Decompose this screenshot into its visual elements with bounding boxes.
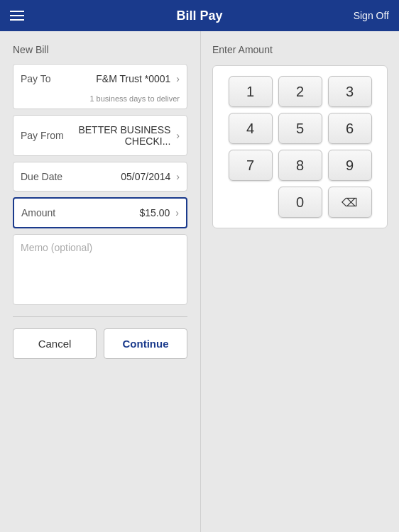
numpad-empty	[229, 187, 273, 218]
pay-from-label: Pay From	[21, 130, 70, 141]
due-date-value: 05/07/2014 ›	[121, 171, 180, 182]
numpad-1[interactable]: 1	[229, 76, 273, 107]
continue-button[interactable]: Continue	[104, 328, 187, 359]
right-panel: Enter Amount 1 2 3 4 5 6 7 8 9 0 ⌫	[201, 31, 399, 532]
signoff-button[interactable]: Sign Off	[354, 10, 389, 21]
numpad-4[interactable]: 4	[229, 113, 273, 144]
enter-amount-title: Enter Amount	[212, 44, 388, 55]
numpad-0[interactable]: 0	[278, 187, 322, 218]
menu-button[interactable]	[10, 11, 24, 21]
left-panel: New Bill Pay To F&M Trust *0001 › 1 busi…	[0, 31, 201, 532]
amount-field[interactable]: Amount $15.00 ›	[13, 197, 187, 228]
numpad-row-4: 0 ⌫	[220, 187, 380, 218]
numpad-6[interactable]: 6	[328, 113, 372, 144]
pay-to-chevron: ›	[176, 73, 180, 84]
due-date-chevron: ›	[176, 171, 180, 182]
numpad-8[interactable]: 8	[278, 150, 322, 181]
numpad-5[interactable]: 5	[278, 113, 322, 144]
numpad-row-2: 4 5 6	[220, 113, 380, 144]
pay-to-value: F&M Trust *0001 ›	[96, 73, 180, 84]
numpad-row-1: 1 2 3	[220, 76, 380, 107]
memo-field[interactable]	[13, 234, 187, 305]
amount-label: Amount	[21, 207, 71, 218]
amount-chevron: ›	[175, 207, 179, 218]
action-buttons: Cancel Continue	[13, 328, 187, 359]
pay-to-label: Pay To	[21, 73, 70, 84]
memo-input[interactable]	[21, 242, 180, 297]
numpad-backspace[interactable]: ⌫	[328, 187, 372, 218]
new-bill-title: New Bill	[13, 44, 187, 55]
pay-from-value: BETTER BUSINESS CHECKI... ›	[70, 124, 180, 147]
divider	[13, 316, 187, 317]
pay-from-chevron: ›	[176, 130, 180, 141]
numpad-row-3: 7 8 9	[220, 150, 380, 181]
amount-value: $15.00 ›	[140, 207, 180, 218]
pay-to-subtext: 1 business days to deliver	[13, 93, 187, 109]
app-header: Bill Pay Sign Off	[0, 0, 399, 31]
app-title: Bill Pay	[176, 9, 222, 23]
numpad-3[interactable]: 3	[328, 76, 372, 107]
numpad-7[interactable]: 7	[229, 150, 273, 181]
pay-from-field[interactable]: Pay From BETTER BUSINESS CHECKI... ›	[13, 115, 187, 156]
due-date-label: Due Date	[21, 171, 70, 182]
numpad-2[interactable]: 2	[278, 76, 322, 107]
cancel-button[interactable]: Cancel	[13, 328, 97, 359]
pay-to-field[interactable]: Pay To F&M Trust *0001 › 1 business days…	[13, 64, 187, 109]
due-date-field[interactable]: Due Date 05/07/2014 ›	[13, 162, 187, 192]
numpad: 1 2 3 4 5 6 7 8 9 0 ⌫	[212, 65, 388, 228]
numpad-9[interactable]: 9	[328, 150, 372, 181]
main-content: New Bill Pay To F&M Trust *0001 › 1 busi…	[0, 31, 399, 532]
